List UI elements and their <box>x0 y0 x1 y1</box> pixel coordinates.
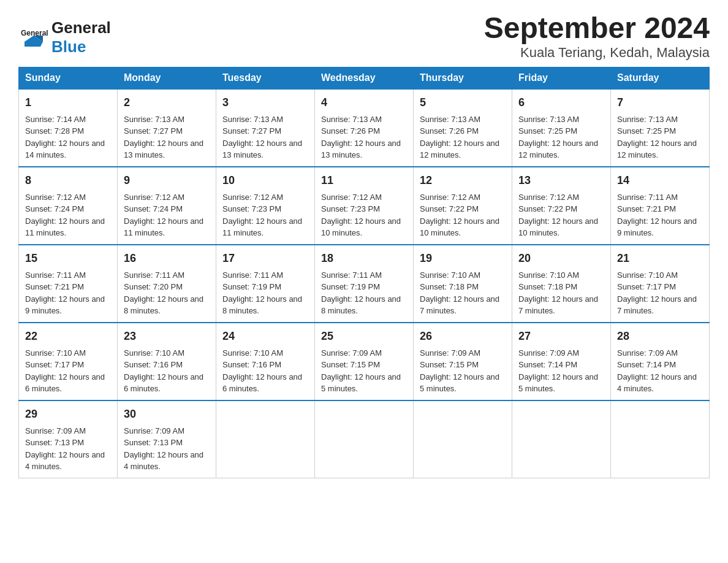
day-sunrise: Sunrise: 7:12 AM <box>321 193 382 202</box>
day-daylight: Daylight: 12 hours and 4 minutes. <box>25 450 105 472</box>
day-number: 29 <box>25 406 111 423</box>
day-cell-14: 14 Sunrise: 7:11 AM Sunset: 7:21 PM Dayl… <box>611 167 710 245</box>
day-sunrise: Sunrise: 7:10 AM <box>420 270 480 280</box>
empty-cell <box>414 400 512 478</box>
day-sunset: Sunset: 7:15 PM <box>321 360 380 369</box>
day-daylight: Daylight: 12 hours and 12 minutes. <box>518 139 598 160</box>
day-number: 6 <box>518 94 604 111</box>
empty-cell <box>611 400 710 478</box>
day-sunrise: Sunrise: 7:13 AM <box>124 115 184 124</box>
day-sunrise: Sunrise: 7:13 AM <box>321 115 382 124</box>
day-cell-23: 23 Sunrise: 7:10 AM Sunset: 7:16 PM Dayl… <box>118 323 216 400</box>
day-daylight: Daylight: 12 hours and 8 minutes. <box>222 294 302 316</box>
day-cell-4: 4 Sunrise: 7:13 AM Sunset: 7:26 PM Dayli… <box>315 89 414 167</box>
day-daylight: Daylight: 12 hours and 13 minutes. <box>222 139 302 160</box>
day-sunset: Sunset: 7:14 PM <box>617 360 676 369</box>
day-daylight: Daylight: 12 hours and 7 minutes. <box>420 294 499 316</box>
day-sunset: Sunset: 7:16 PM <box>222 360 281 369</box>
day-sunrise: Sunrise: 7:09 AM <box>25 426 86 435</box>
day-number: 20 <box>518 250 604 267</box>
day-daylight: Daylight: 12 hours and 11 minutes. <box>124 216 203 238</box>
week-row-2: 8 Sunrise: 7:12 AM Sunset: 7:24 PM Dayli… <box>19 167 710 245</box>
day-cell-22: 22 Sunrise: 7:10 AM Sunset: 7:17 PM Dayl… <box>19 323 118 400</box>
logo-blue: Blue <box>51 37 86 56</box>
day-daylight: Daylight: 12 hours and 6 minutes. <box>222 372 302 394</box>
day-sunset: Sunset: 7:27 PM <box>222 126 281 136</box>
day-cell-25: 25 Sunrise: 7:09 AM Sunset: 7:15 PM Dayl… <box>315 323 414 400</box>
day-number: 13 <box>518 172 604 189</box>
column-header-monday: Monday <box>118 67 216 89</box>
day-number: 11 <box>321 172 407 189</box>
day-daylight: Daylight: 12 hours and 12 minutes. <box>420 139 499 160</box>
column-header-wednesday: Wednesday <box>315 67 414 89</box>
day-number: 26 <box>420 328 506 345</box>
logo: General General Blue <box>18 18 111 56</box>
calendar-subtitle: Kuala Teriang, Kedah, Malaysia <box>484 45 710 61</box>
day-sunset: Sunset: 7:13 PM <box>124 438 183 447</box>
day-daylight: Daylight: 12 hours and 8 minutes. <box>321 294 401 316</box>
day-sunset: Sunset: 7:23 PM <box>222 204 281 213</box>
column-header-tuesday: Tuesday <box>216 67 315 89</box>
day-cell-1: 1 Sunrise: 7:14 AM Sunset: 7:28 PM Dayli… <box>19 89 118 167</box>
week-row-3: 15 Sunrise: 7:11 AM Sunset: 7:21 PM Dayl… <box>19 245 710 323</box>
day-daylight: Daylight: 12 hours and 4 minutes. <box>124 450 203 472</box>
day-number: 16 <box>124 250 210 267</box>
day-sunset: Sunset: 7:21 PM <box>25 282 84 291</box>
day-sunset: Sunset: 7:25 PM <box>617 126 676 136</box>
day-cell-11: 11 Sunrise: 7:12 AM Sunset: 7:23 PM Dayl… <box>315 167 414 245</box>
day-sunset: Sunset: 7:26 PM <box>321 126 380 136</box>
day-cell-8: 8 Sunrise: 7:12 AM Sunset: 7:24 PM Dayli… <box>19 167 118 245</box>
day-number: 19 <box>420 250 506 267</box>
day-sunrise: Sunrise: 7:11 AM <box>25 270 86 280</box>
day-sunrise: Sunrise: 7:13 AM <box>617 115 678 124</box>
day-sunrise: Sunrise: 7:12 AM <box>420 193 480 202</box>
day-daylight: Daylight: 12 hours and 8 minutes. <box>124 294 203 316</box>
day-sunrise: Sunrise: 7:09 AM <box>420 348 480 358</box>
day-cell-20: 20 Sunrise: 7:10 AM Sunset: 7:18 PM Dayl… <box>512 245 611 323</box>
day-number: 25 <box>321 328 407 345</box>
logo-icon: General <box>18 22 49 53</box>
day-sunset: Sunset: 7:20 PM <box>124 282 183 291</box>
day-sunrise: Sunrise: 7:12 AM <box>124 193 184 202</box>
day-sunset: Sunset: 7:14 PM <box>518 360 577 369</box>
day-sunset: Sunset: 7:18 PM <box>518 282 577 291</box>
day-number: 8 <box>25 172 111 189</box>
page-header: General General Blue September 2024 Kual… <box>18 12 710 61</box>
day-sunrise: Sunrise: 7:10 AM <box>124 348 184 358</box>
day-cell-13: 13 Sunrise: 7:12 AM Sunset: 7:22 PM Dayl… <box>512 167 611 245</box>
day-sunset: Sunset: 7:27 PM <box>124 126 183 136</box>
day-sunrise: Sunrise: 7:09 AM <box>124 426 184 435</box>
day-number: 18 <box>321 250 407 267</box>
day-daylight: Daylight: 12 hours and 7 minutes. <box>518 294 598 316</box>
week-row-1: 1 Sunrise: 7:14 AM Sunset: 7:28 PM Dayli… <box>19 89 710 167</box>
day-sunrise: Sunrise: 7:14 AM <box>25 115 86 124</box>
day-daylight: Daylight: 12 hours and 11 minutes. <box>25 216 105 238</box>
day-cell-16: 16 Sunrise: 7:11 AM Sunset: 7:20 PM Dayl… <box>118 245 216 323</box>
day-number: 28 <box>617 328 703 345</box>
day-number: 14 <box>617 172 703 189</box>
day-sunset: Sunset: 7:16 PM <box>124 360 183 369</box>
day-daylight: Daylight: 12 hours and 13 minutes. <box>124 139 203 160</box>
day-sunset: Sunset: 7:26 PM <box>420 126 479 136</box>
day-sunrise: Sunrise: 7:13 AM <box>420 115 480 124</box>
day-number: 7 <box>617 94 703 111</box>
day-number: 30 <box>124 406 210 423</box>
day-daylight: Daylight: 12 hours and 7 minutes. <box>617 294 697 316</box>
day-daylight: Daylight: 12 hours and 4 minutes. <box>617 372 697 394</box>
day-cell-12: 12 Sunrise: 7:12 AM Sunset: 7:22 PM Dayl… <box>414 167 512 245</box>
day-sunrise: Sunrise: 7:11 AM <box>124 270 184 280</box>
day-cell-18: 18 Sunrise: 7:11 AM Sunset: 7:19 PM Dayl… <box>315 245 414 323</box>
day-daylight: Daylight: 12 hours and 5 minutes. <box>420 372 499 394</box>
column-header-thursday: Thursday <box>414 67 512 89</box>
day-cell-30: 30 Sunrise: 7:09 AM Sunset: 7:13 PM Dayl… <box>118 400 216 478</box>
day-cell-10: 10 Sunrise: 7:12 AM Sunset: 7:23 PM Dayl… <box>216 167 315 245</box>
title-block: September 2024 Kuala Teriang, Kedah, Mal… <box>484 12 710 61</box>
logo-general: General <box>51 18 111 37</box>
day-cell-9: 9 Sunrise: 7:12 AM Sunset: 7:24 PM Dayli… <box>118 167 216 245</box>
day-cell-29: 29 Sunrise: 7:09 AM Sunset: 7:13 PM Dayl… <box>19 400 118 478</box>
day-sunset: Sunset: 7:22 PM <box>420 204 479 213</box>
column-header-sunday: Sunday <box>19 67 118 89</box>
week-row-4: 22 Sunrise: 7:10 AM Sunset: 7:17 PM Dayl… <box>19 323 710 400</box>
day-sunrise: Sunrise: 7:12 AM <box>222 193 283 202</box>
empty-cell <box>216 400 315 478</box>
